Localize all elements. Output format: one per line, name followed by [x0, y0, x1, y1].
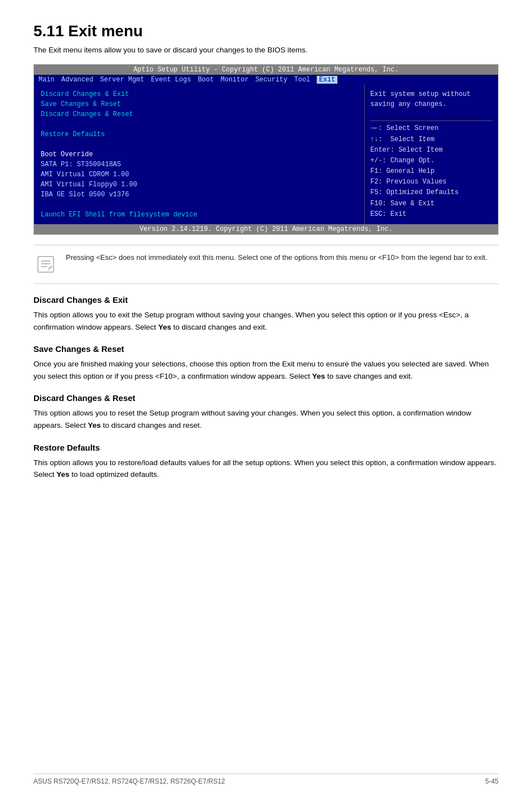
section-body-save-reset: Once you are finished making your select…	[33, 358, 499, 382]
section-heading-save-reset: Save Changes & Reset	[33, 344, 499, 354]
section-heading-restore-defaults: Restore Defaults	[33, 443, 499, 452]
bios-menu-security[interactable]: Security	[255, 76, 288, 84]
bios-menu-tool[interactable]: Tool	[294, 76, 311, 84]
bios-menu-bar[interactable]: Main Advanced Server Mgmt Event Logs Boo…	[34, 75, 498, 85]
section-body-discard-reset: This option allows you to reset the Setu…	[33, 407, 499, 431]
bios-menu-event-logs[interactable]: Event Logs	[151, 76, 191, 84]
note-text: Pressing <Esc> does not immediately exit…	[66, 252, 487, 263]
bios-sub-sata[interactable]: SATA P1: ST3500418AS	[41, 161, 121, 168]
bios-item-discard-exit[interactable]: Discard Changes & Exit	[41, 90, 129, 98]
bios-menu-monitor[interactable]: Monitor	[220, 76, 248, 84]
bios-item-restore-defaults[interactable]: Restore Defaults	[41, 131, 105, 138]
bios-item-save-reset[interactable]: Save Changes & Reset	[41, 100, 121, 108]
sections-container: Discard Changes & Exit This option allow…	[33, 295, 499, 481]
bios-sub-cdrom[interactable]: AMI Virtual CDROM 1.00	[41, 171, 129, 178]
bios-menu-boot[interactable]: Boot	[198, 76, 214, 84]
footer-left: ASUS RS720Q-E7/RS12, RS724Q-E7/RS12, RS7…	[33, 777, 225, 785]
bios-menu-server-mgmt[interactable]: Server Mgmt	[100, 76, 144, 84]
section-heading-discard-reset: Discard Changes & Reset	[33, 393, 499, 403]
bios-sub-iba[interactable]: IBA GE Slot 0500 v1376	[41, 191, 129, 199]
page-footer: ASUS RS720Q-E7/RS12, RS724Q-E7/RS12, RS7…	[33, 774, 499, 785]
bios-menu-main[interactable]: Main	[38, 76, 55, 84]
bios-footer: Version 2.14.1219. Copyright (C) 2011 Am…	[34, 224, 498, 234]
bios-item-launch-efi[interactable]: Launch EFI Shell from filesystem device	[41, 211, 197, 219]
section-body-restore-defaults: This option allows you to restore/load d…	[33, 457, 499, 481]
bios-menu-advanced[interactable]: Advanced	[61, 76, 94, 84]
bios-right-panel: Exit system setup without saving any cha…	[364, 85, 498, 224]
footer-right: 5-45	[485, 777, 499, 785]
bios-body: Discard Changes & Exit Save Changes & Re…	[34, 85, 498, 224]
bios-help-text: Exit system setup without saving any cha…	[370, 89, 492, 109]
note-icon	[33, 252, 58, 277]
section-body-discard-exit: This option allows you to exit the Setup…	[33, 309, 499, 333]
bios-legend: →←: Select Screen ↑↓: Select Item Enter:…	[370, 123, 492, 220]
bios-terminal: Aptio Setup Utility - Copyright (C) 2011…	[33, 64, 499, 235]
bios-menu-exit[interactable]: Exit	[317, 76, 337, 84]
bios-left-panel: Discard Changes & Exit Save Changes & Re…	[34, 85, 364, 224]
note-box: Pressing <Esc> does not immediately exit…	[33, 245, 499, 284]
section-heading-discard-exit: Discard Changes & Exit	[33, 295, 499, 305]
page-title: 5.11 Exit menu	[33, 22, 499, 40]
bios-item-discard-reset[interactable]: Discard Changes & Reset	[41, 110, 133, 118]
page-subtitle: The Exit menu items allow you to save or…	[33, 46, 499, 54]
bios-label-boot-override: Boot Override	[41, 151, 93, 158]
svg-marker-4	[48, 265, 52, 270]
bios-sub-floppy[interactable]: AMI Virtual Floppy0 1.00	[41, 181, 137, 189]
bios-title-bar: Aptio Setup Utility - Copyright (C) 2011…	[34, 65, 498, 75]
